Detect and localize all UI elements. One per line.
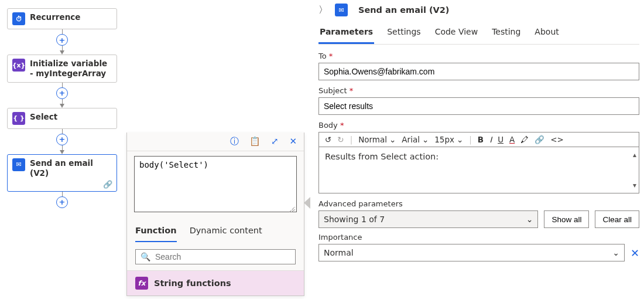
tab-function[interactable]: Function <box>135 221 177 242</box>
highlight-button[interactable]: 🖍 <box>520 135 529 144</box>
style-select[interactable]: Normal ⌄ <box>358 135 396 144</box>
richtext-toolbar: ↺ ↻ | Normal ⌄ Arial ⌄ 15px ⌄ | B I U A … <box>318 132 639 147</box>
body-scrollbar[interactable]: ▴ ▾ <box>633 151 636 189</box>
advanced-parameters-summary: Showing 1 of 7 <box>324 215 385 224</box>
outlook-icon: ✉ <box>12 158 25 171</box>
flow-step-label: Recurrence <box>30 12 80 22</box>
bold-button[interactable]: B <box>478 135 484 144</box>
add-step-button[interactable]: + <box>56 134 68 145</box>
redo-button[interactable]: ↻ <box>337 135 344 144</box>
undo-button[interactable]: ↺ <box>325 135 331 144</box>
flow-step-select[interactable]: { } Select <box>7 108 117 129</box>
scroll-up-icon: ▴ <box>633 151 636 159</box>
timer-icon: ⏱ <box>12 12 25 25</box>
to-input[interactable] <box>318 63 639 80</box>
scroll-down-icon: ▾ <box>633 181 636 189</box>
body-content: Results from Select action: <box>325 152 439 161</box>
tab-about[interactable]: About <box>533 25 560 44</box>
select-icon: { } <box>12 112 25 125</box>
body-editor[interactable]: Results from Select action: ▴ ▾ <box>318 147 639 193</box>
clear-all-button[interactable]: Clear all <box>595 210 639 228</box>
chevron-down-icon: ⌄ <box>457 135 463 144</box>
flow-step-send-email[interactable]: ✉ Send an email (V2) 🔗 <box>7 154 117 192</box>
remove-importance-button[interactable]: ✕ <box>631 244 639 261</box>
chevron-down-icon: ⌄ <box>422 135 429 144</box>
code-button[interactable]: <> <box>550 135 564 144</box>
tab-code-view[interactable]: Code View <box>434 25 479 44</box>
advanced-parameters-label: Advanced parameters <box>318 199 639 208</box>
link-icon: 🔗 <box>103 180 112 189</box>
flow-connector: + <box>7 29 117 55</box>
link-button[interactable]: 🔗 <box>535 135 544 144</box>
tab-settings[interactable]: Settings <box>386 25 422 44</box>
advanced-parameters-select[interactable]: Showing 1 of 7 ⌄ <box>318 210 538 228</box>
add-step-button[interactable]: + <box>56 34 68 46</box>
category-label: String functions <box>154 278 231 288</box>
workflow-canvas: ⏱ Recurrence + {x} Initialize variable -… <box>7 8 117 208</box>
show-all-button[interactable]: Show all <box>544 210 589 228</box>
collapse-panel-button[interactable]: 〉 <box>318 4 328 16</box>
chevron-down-icon: ⌄ <box>389 135 396 144</box>
flow-step-label: Send an email (V2) <box>30 158 112 178</box>
chevron-down-icon: ⌄ <box>526 215 533 224</box>
panel-title: Send an email (V2) <box>358 5 449 15</box>
expression-popup: ⓘ 📋 ⤢ ✕ Function Dynamic content 🔍 fx St… <box>126 132 304 296</box>
size-select[interactable]: 15px ⌄ <box>434 135 463 144</box>
chevron-down-icon: ⌄ <box>612 248 619 257</box>
outlook-icon: ✉ <box>335 4 348 16</box>
font-color-button[interactable]: A <box>509 135 515 144</box>
category-string-functions[interactable]: fx String functions <box>127 270 304 295</box>
body-label: Body <box>318 121 639 130</box>
panel-tabs: Parameters Settings Code View Testing Ab… <box>318 25 639 45</box>
italic-button[interactable]: I <box>489 135 492 144</box>
flow-step-initialize-variable[interactable]: {x} Initialize variable - myIntegerArray <box>7 55 117 83</box>
to-label: To <box>318 52 639 60</box>
flow-connector: + <box>7 129 117 154</box>
subject-input[interactable] <box>318 97 639 115</box>
paste-icon[interactable]: 📋 <box>249 136 261 147</box>
flow-step-recurrence[interactable]: ⏱ Recurrence <box>7 8 117 29</box>
importance-select[interactable]: Normal ⌄ <box>318 244 625 261</box>
expression-input[interactable] <box>134 156 297 212</box>
info-icon[interactable]: ⓘ <box>230 136 239 147</box>
popup-toolbar: ⓘ 📋 ⤢ ✕ <box>127 132 304 151</box>
expand-icon[interactable]: ⤢ <box>271 136 279 147</box>
add-step-button[interactable]: + <box>56 196 68 208</box>
add-step-button[interactable]: + <box>56 87 68 99</box>
popup-pointer-icon <box>304 197 310 209</box>
flow-step-label: Initialize variable - myIntegerArray <box>30 59 112 79</box>
search-icon: 🔍 <box>141 252 150 261</box>
tab-dynamic-content[interactable]: Dynamic content <box>190 221 262 242</box>
panel-header: 〉 ✉ Send an email (V2) <box>318 4 639 16</box>
tab-testing[interactable]: Testing <box>491 25 522 44</box>
importance-label: Importance <box>318 233 639 242</box>
flow-step-label: Select <box>30 112 57 122</box>
importance-value: Normal <box>324 248 354 257</box>
search-input[interactable] <box>155 252 290 261</box>
fx-icon: fx <box>135 277 148 290</box>
tab-parameters[interactable]: Parameters <box>318 25 374 44</box>
flow-connector: + <box>7 83 117 108</box>
font-select[interactable]: Arial ⌄ <box>402 135 429 144</box>
subject-label: Subject <box>318 86 639 95</box>
flow-connector: + <box>7 192 117 208</box>
popup-tabs: Function Dynamic content <box>127 221 304 242</box>
variable-icon: {x} <box>12 59 25 72</box>
expression-search[interactable]: 🔍 <box>135 249 296 264</box>
underline-button[interactable]: U <box>498 135 503 144</box>
action-details-panel: 〉 ✉ Send an email (V2) Parameters Settin… <box>318 4 639 261</box>
close-icon[interactable]: ✕ <box>289 136 297 147</box>
